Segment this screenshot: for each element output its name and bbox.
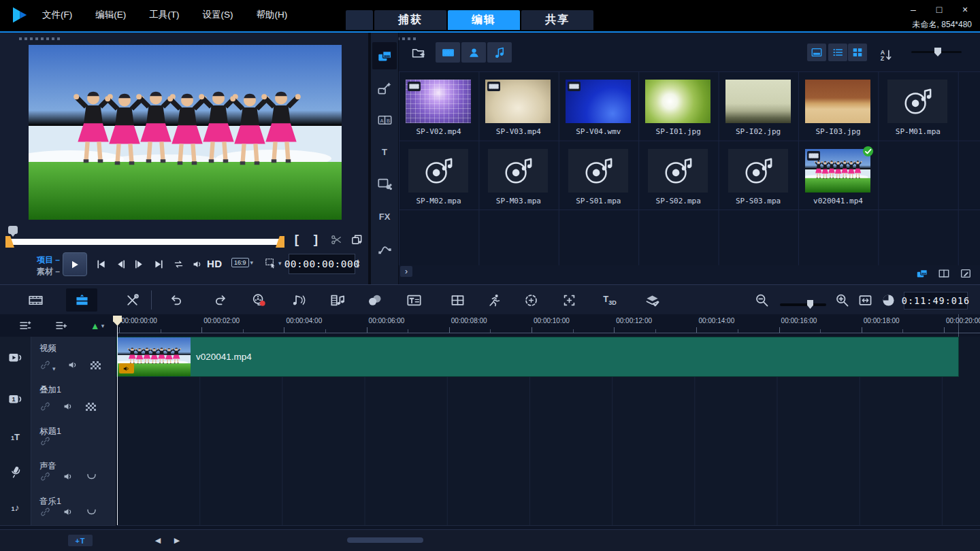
track-type-button[interactable] (0, 337, 31, 378)
go-to-end-button[interactable] (150, 257, 167, 271)
track-content-video[interactable]: v020041.mp4 (117, 337, 980, 379)
track-content-overlay[interactable] (117, 378, 980, 420)
zoom-in-button[interactable] (832, 290, 852, 310)
library-item[interactable]: SP-V02.mp4 (399, 71, 478, 140)
split-clip-button[interactable] (328, 231, 344, 248)
track-link-button[interactable] (39, 401, 51, 414)
split-screen-template-button[interactable] (445, 290, 470, 310)
track-content-title[interactable] (117, 420, 980, 455)
timeline-ruler[interactable]: 00:00:00:0000:00:02:0000:00:04:0000:00:0… (117, 314, 980, 337)
3d-title-editor-button[interactable]: T3D (598, 290, 622, 310)
library-item[interactable]: SP-M01.mpa (878, 71, 958, 140)
slider-thumb[interactable] (934, 48, 941, 56)
aspect-ratio-button[interactable]: 16:9 ▾ (231, 258, 253, 267)
library-item[interactable]: SP-I01.jpg (638, 71, 718, 140)
tools-button[interactable] (120, 290, 144, 310)
sidebar-item-media[interactable] (372, 42, 397, 69)
track-transparency-button[interactable] (91, 361, 101, 371)
filter-photo-filter-button[interactable] (461, 42, 486, 63)
tab-2[interactable]: 共享 (521, 10, 593, 30)
go-to-start-button[interactable] (93, 257, 109, 271)
preview-timecode[interactable]: 00:00:00:000 (289, 254, 355, 274)
customize-motion-button[interactable] (519, 290, 543, 310)
project-duration-timecode[interactable]: 0:11:49:016 (904, 292, 968, 310)
filter-audio-filter-button[interactable] (487, 42, 512, 63)
record-capture-button[interactable] (246, 290, 271, 310)
hd-preview-button[interactable]: HD (207, 258, 223, 269)
track-type-button[interactable]: 1 (0, 378, 31, 420)
mark-out-button[interactable]: ] (308, 231, 324, 248)
system-volume-button[interactable] (189, 257, 206, 271)
track-content-voice[interactable] (117, 454, 980, 490)
scroll-right-button[interactable]: ▶ (170, 534, 184, 546)
menu-item-0[interactable]: 文件(F) (42, 9, 72, 21)
slider-thumb[interactable] (807, 300, 813, 309)
audio-ducking-button[interactable] (86, 506, 97, 520)
sidebar-item-motion-path[interactable] (372, 235, 397, 262)
project-duration-button[interactable] (878, 290, 898, 310)
menu-item-3[interactable]: 设置(S) (203, 9, 233, 21)
sidebar-item-title[interactable]: T (372, 138, 397, 165)
scrubber-handle[interactable] (8, 226, 18, 234)
ripple-edit-button[interactable]: ▲▾ (87, 318, 108, 334)
menu-item-4[interactable]: 帮助(H) (257, 9, 288, 21)
minimize-button[interactable]: – (908, 4, 919, 15)
mark-in-button[interactable]: [ (289, 231, 305, 248)
track-link-button[interactable] (39, 506, 51, 520)
audio-filter-button[interactable] (325, 290, 350, 310)
track-type-button[interactable] (0, 454, 31, 490)
library-item[interactable]: SP-S01.mpa (559, 141, 638, 210)
project-mode-button[interactable]: 项目 – (19, 254, 60, 266)
thumbnail-zoom-slider[interactable] (911, 51, 962, 53)
track-manager-button[interactable] (15, 318, 35, 334)
track-type-button[interactable]: 1T (0, 420, 31, 454)
repeat-button[interactable] (170, 257, 186, 271)
timeline-clip[interactable]: v020041.mp4 (117, 337, 958, 376)
audio-ducking-button[interactable] (86, 471, 97, 484)
timeline-zoom-slider[interactable] (780, 303, 826, 306)
sidebar-item-transition[interactable]: AB (372, 106, 397, 133)
sort-button[interactable]: AZ (879, 45, 894, 65)
library-panel-view-button[interactable] (914, 267, 930, 280)
horizontal-scrollbar-thumb[interactable] (347, 537, 423, 543)
swap-track-button[interactable]: +T (68, 535, 93, 546)
track-mute-button[interactable] (63, 401, 74, 414)
edit-media-button[interactable] (958, 267, 974, 280)
track-mute-button[interactable] (67, 359, 79, 373)
menu-item-1[interactable]: 编辑(E) (95, 9, 126, 21)
scroll-left-button[interactable]: ◀ (151, 534, 165, 546)
zoom-out-button[interactable] (751, 290, 772, 310)
sidebar-item-instant-project[interactable] (372, 74, 397, 101)
library-item[interactable]: SP-I02.jpg (719, 71, 798, 140)
track-link-button[interactable]: ▾ (39, 359, 56, 373)
track-mute-button[interactable] (63, 506, 74, 520)
library-item[interactable]: SP-V03.mp4 (478, 71, 558, 140)
track-type-button[interactable]: 1♪ (0, 490, 31, 525)
tab-0[interactable]: 捕获 (374, 10, 446, 30)
menu-item-2[interactable]: 工具(T) (149, 9, 179, 21)
tab-1[interactable]: 编辑 (448, 10, 520, 30)
grid-view-button[interactable] (848, 44, 867, 61)
selection-tool-button[interactable]: ▾ (264, 256, 282, 269)
library-item[interactable]: SP-S03.mpa (719, 141, 798, 210)
library-item[interactable]: SP-M03.mpa (478, 141, 558, 210)
mask-creator-button[interactable] (640, 290, 664, 310)
panel-drag-handle[interactable] (19, 37, 61, 40)
library-item[interactable]: SP-V04.wmv (559, 71, 638, 140)
motion-tracking-button[interactable] (482, 290, 506, 310)
close-button[interactable]: × (960, 4, 970, 15)
previous-frame-button[interactable] (112, 257, 129, 271)
fit-project-button[interactable] (855, 290, 875, 310)
library-item[interactable]: v020041.mp4 (798, 141, 878, 210)
undo-button[interactable] (163, 290, 188, 310)
track-link-button[interactable] (39, 435, 51, 449)
filter-video-filter-button[interactable] (436, 42, 460, 63)
auto-music-button[interactable] (362, 290, 387, 310)
timecode-stepper[interactable]: ▲▼ (355, 254, 361, 274)
track-mute-button[interactable] (63, 471, 74, 484)
sidebar-item-filter[interactable]: FX (372, 203, 397, 230)
storyboard-view-button[interactable] (23, 290, 48, 310)
library-item[interactable]: SP-M02.mpa (399, 141, 478, 210)
track-transparency-button[interactable] (86, 403, 96, 413)
track-motion-button[interactable] (557, 290, 581, 310)
